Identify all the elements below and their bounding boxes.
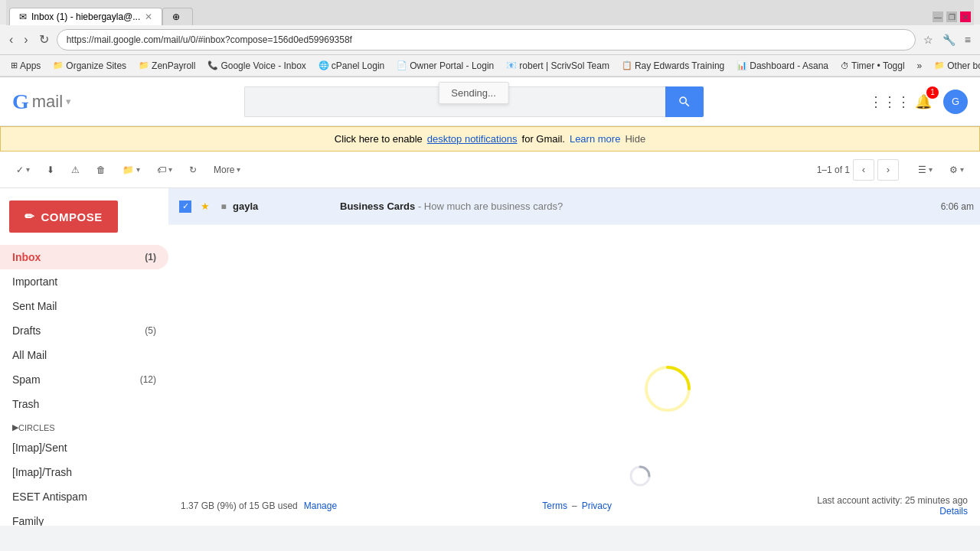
bookmarks-bar: ⊞ Apps 📁 Organize Sites 📁 ZenPayroll 📞 G… bbox=[0, 55, 980, 77]
bookmark-cpanel[interactable]: 🌐 cPanel Login bbox=[314, 59, 389, 73]
circles-label: Circles bbox=[18, 423, 55, 432]
refresh-btn[interactable]: ↻ bbox=[182, 160, 204, 180]
all-mail-label: All Mail bbox=[12, 349, 47, 361]
header-icons: ⋮⋮⋮ 🔔 1 G bbox=[876, 88, 968, 116]
browser-frame: ✉ Inbox (1) - hiebergayla@... ✕ ⊕ — ❐ ✕ … bbox=[0, 0, 980, 77]
bookmark-google-voice[interactable]: 📞 Google Voice - Inbox bbox=[203, 59, 310, 73]
table-row[interactable]: ✓ ★ ■ gayla Business Cards - How much ar… bbox=[168, 188, 980, 225]
view-options-btn[interactable]: ☰ ▾ bbox=[911, 160, 939, 180]
user-avatar[interactable]: G bbox=[943, 90, 968, 114]
back-btn[interactable]: ‹ bbox=[6, 30, 16, 50]
close-btn[interactable]: ✕ bbox=[960, 11, 971, 22]
bookmark-more[interactable]: » bbox=[913, 59, 927, 73]
sidebar-item-family[interactable]: Family bbox=[0, 509, 168, 526]
maximize-btn[interactable]: ❐ bbox=[946, 11, 957, 22]
browser-tab-active[interactable]: ✉ Inbox (1) - hiebergayla@... ✕ bbox=[9, 8, 162, 25]
tab-title: Inbox (1) - hiebergayla@... bbox=[31, 11, 140, 22]
compose-button[interactable]: ✏ COMPOSE bbox=[9, 201, 118, 233]
bookmark-star-btn[interactable]: ☆ bbox=[920, 31, 936, 49]
folder-label-icon: ■ bbox=[220, 201, 226, 212]
sidebar-item-imap-trash[interactable]: [Imap]/Trash bbox=[0, 460, 168, 484]
bookmark-ray-edwards[interactable]: 📋 Ray Edwards Training bbox=[617, 59, 729, 73]
gmail-dropdown-btn[interactable]: ▾ bbox=[66, 96, 71, 107]
sidebar-item-important[interactable]: Important bbox=[0, 269, 168, 294]
sending-toast: Sending... bbox=[438, 82, 509, 104]
report-icon: ⚠ bbox=[71, 165, 80, 175]
bookmark-asana[interactable]: 📊 Dashboard - Asana bbox=[732, 59, 833, 73]
sidebar-item-drafts[interactable]: Drafts (5) bbox=[0, 318, 168, 343]
manage-link[interactable]: Manage bbox=[304, 500, 337, 511]
apps-icon: ⊞ bbox=[11, 60, 18, 70]
sidebar-item-inbox[interactable]: Inbox (1) bbox=[0, 245, 168, 269]
chrome-menu-btn[interactable]: ≡ bbox=[962, 31, 974, 49]
bookmark-owner-portal-label: Owner Portal - Login bbox=[410, 60, 494, 71]
select-all-btn[interactable]: ✓ ▾ bbox=[9, 160, 37, 180]
bookmark-more-label: » bbox=[917, 60, 923, 71]
bookmark-robert[interactable]: 📧 robert | ScrivSol Team bbox=[501, 59, 614, 73]
bookmark-other[interactable]: 📁 Other bookmarks bbox=[929, 59, 980, 73]
settings-dropdown-arrow: ▾ bbox=[960, 165, 964, 174]
terms-link[interactable]: Terms bbox=[542, 500, 567, 511]
eset-label: ESET Antispam bbox=[12, 491, 87, 503]
chrome-extension-btn[interactable]: 🔧 bbox=[939, 31, 959, 49]
refresh-btn[interactable]: ↻ bbox=[36, 29, 52, 50]
sidebar-item-spam[interactable]: Spam (12) bbox=[0, 367, 168, 392]
email-label-icon: ■ bbox=[214, 201, 233, 212]
select-dropdown-arrow: ▾ bbox=[26, 165, 30, 174]
privacy-link[interactable]: Privacy bbox=[582, 500, 612, 511]
folder-dropdown-arrow: ▾ bbox=[136, 165, 140, 174]
drafts-count: (5) bbox=[145, 325, 156, 336]
notif-learn-more[interactable]: Learn more bbox=[570, 133, 620, 145]
bookmark-toggl[interactable]: ⏱ Timer • Toggl bbox=[836, 59, 910, 73]
settings-btn[interactable]: ⚙ ▾ bbox=[942, 160, 971, 180]
prev-page-btn[interactable]: ‹ bbox=[853, 159, 874, 181]
email-checkbox[interactable]: ✓ bbox=[175, 201, 196, 213]
archive-btn[interactable]: ⬇ bbox=[40, 160, 61, 180]
storage-info: 1.37 GB (9%) of 15 GB used bbox=[181, 500, 298, 511]
search-icon bbox=[678, 95, 691, 109]
google-g: G bbox=[12, 90, 29, 114]
cpanel-icon: 🌐 bbox=[318, 60, 329, 70]
new-tab-icon: ⊕ bbox=[172, 11, 180, 22]
bookmark-asana-label: Dashboard - Asana bbox=[750, 60, 828, 71]
spam-count: (12) bbox=[140, 374, 156, 385]
bookmark-zenpayroll[interactable]: 📁 ZenPayroll bbox=[134, 59, 200, 73]
sidebar-item-imap-sent[interactable]: [Imap]/Sent bbox=[0, 435, 168, 460]
notif-enable-link[interactable]: desktop notifications bbox=[427, 133, 518, 145]
view-dropdown-arrow: ▾ bbox=[929, 165, 933, 174]
more-options-btn[interactable]: More ▾ bbox=[207, 160, 247, 180]
bookmark-apps[interactable]: ⊞ Apps bbox=[6, 59, 45, 73]
spam-label: Spam bbox=[12, 373, 41, 386]
bookmark-organize-sites[interactable]: 📁 Organize Sites bbox=[48, 59, 131, 73]
spinner-small-container bbox=[628, 464, 652, 491]
circles-section[interactable]: ▶ Circles bbox=[0, 419, 168, 435]
move-to-btn[interactable]: 📁 ▾ bbox=[116, 160, 147, 180]
address-bar[interactable]: https://mail.google.com/mail/u/0/#inbox?… bbox=[57, 29, 916, 51]
notification-banner: Click here to enable desktop notificatio… bbox=[0, 126, 980, 152]
sidebar-item-trash[interactable]: Trash bbox=[0, 392, 168, 416]
email-subject: Business Cards - How much are business c… bbox=[340, 201, 913, 212]
notif-hide-btn[interactable]: Hide bbox=[625, 133, 645, 145]
more-options-label: More bbox=[214, 165, 234, 175]
sidebar-item-eset[interactable]: ESET Antispam bbox=[0, 484, 168, 509]
sidebar-item-sent-mail[interactable]: Sent Mail bbox=[0, 294, 168, 318]
delete-btn[interactable]: 🗑 bbox=[90, 160, 113, 180]
email-star[interactable]: ★ bbox=[196, 201, 214, 212]
label-btn[interactable]: 🏷 ▾ bbox=[150, 160, 179, 180]
imap-trash-label: [Imap]/Trash bbox=[12, 466, 72, 478]
next-page-btn[interactable]: › bbox=[877, 159, 899, 181]
sidebar-item-all-mail[interactable]: All Mail bbox=[0, 343, 168, 367]
gmail-logo: G mail ▾ bbox=[12, 90, 71, 114]
details-link[interactable]: Details bbox=[817, 506, 968, 517]
email-sender: gayla bbox=[233, 201, 340, 212]
forward-btn[interactable]: › bbox=[21, 30, 31, 50]
minimize-btn[interactable]: — bbox=[933, 11, 943, 22]
toggl-icon: ⏱ bbox=[841, 61, 849, 70]
report-spam-btn[interactable]: ⚠ bbox=[64, 160, 87, 180]
bookmark-owner-portal[interactable]: 📄 Owner Portal - Login bbox=[392, 59, 498, 73]
tab-close-btn[interactable]: ✕ bbox=[145, 11, 152, 22]
search-button[interactable] bbox=[665, 86, 704, 117]
browser-tab-new[interactable]: ⊕ bbox=[162, 8, 193, 25]
notification-badge: 1 bbox=[926, 86, 939, 99]
apps-grid-btn[interactable]: ⋮⋮⋮ bbox=[876, 88, 903, 116]
